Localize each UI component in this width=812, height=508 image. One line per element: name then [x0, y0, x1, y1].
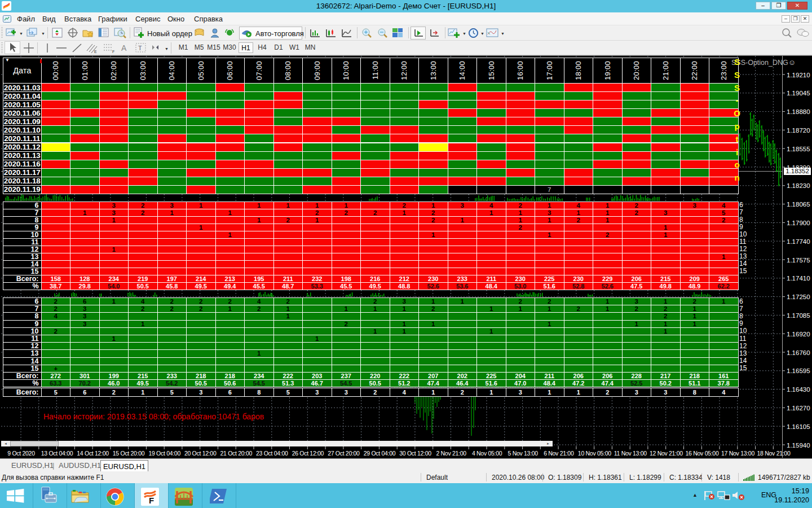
svg-text:F: F — [149, 496, 154, 505]
